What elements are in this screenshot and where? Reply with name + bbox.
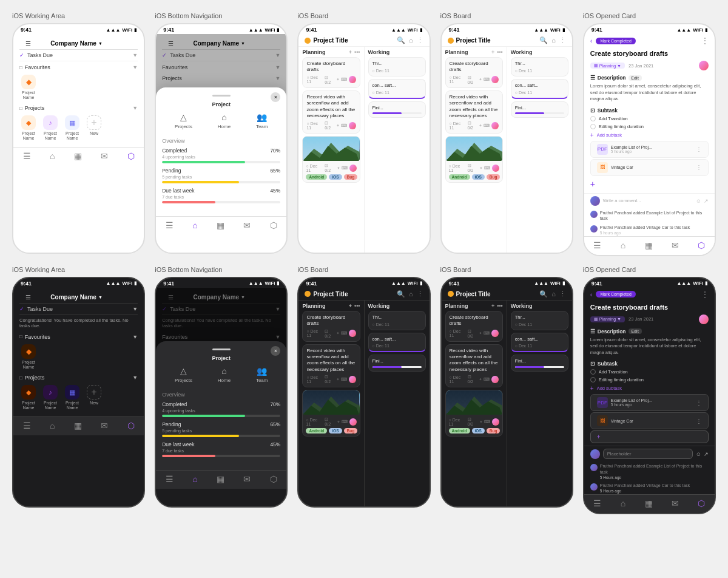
nav-item-team[interactable]: 👥 Team xyxy=(256,112,268,129)
bell-icon[interactable]: ⌂ xyxy=(551,36,556,44)
mail-tab[interactable]: ✉ xyxy=(101,151,108,161)
home-tab[interactable]: ⌂ xyxy=(621,240,625,250)
comment-input[interactable]: Placeholder xyxy=(603,449,693,459)
add-card-icon[interactable]: + xyxy=(349,303,352,309)
back-button[interactable]: ‹ xyxy=(590,291,593,298)
home-tab[interactable]: ⌂ xyxy=(192,474,197,484)
project-item-2[interactable]: ▦ Project Name xyxy=(63,115,81,140)
menu-tab[interactable]: ☰ xyxy=(166,220,174,230)
more-icon[interactable]: ⋮ xyxy=(559,36,566,44)
mail-tab[interactable]: ✉ xyxy=(672,498,679,508)
new-project-item[interactable]: + New xyxy=(85,385,103,410)
working-card-2[interactable]: con... saft... ○ Dec 11 xyxy=(368,333,426,353)
menu-tab[interactable]: ☰ xyxy=(23,151,31,161)
send-icon[interactable]: ↗ xyxy=(704,198,709,204)
nav-item-home[interactable]: ⌂ Home xyxy=(218,366,231,383)
mail-tab[interactable]: ✉ xyxy=(243,220,251,230)
box-tab[interactable]: ⬡ xyxy=(270,220,277,230)
attachment-0[interactable]: PDF Example List of Proj... 5 hours ago … xyxy=(590,394,709,411)
board-card[interactable]: Record video with screenflow and add zoo… xyxy=(302,344,360,388)
attachment-1[interactable]: 🖼 Vintage Car ⋮ xyxy=(590,412,709,429)
status-badge[interactable]: Mark Completed xyxy=(596,291,635,298)
emoji-icon[interactable]: ☺ xyxy=(696,198,701,204)
hamburger-icon[interactable]: ☰ xyxy=(25,40,31,47)
mail-tab[interactable]: ✉ xyxy=(672,240,679,250)
working-card-3[interactable]: Fini... xyxy=(511,101,568,118)
subtask-item-0[interactable]: Add Transition xyxy=(584,115,715,123)
hamburger-icon[interactable]: ☰ xyxy=(25,294,31,301)
subtask-item-0[interactable]: Add Transition xyxy=(584,368,715,376)
new-project-item[interactable]: + New xyxy=(85,115,103,140)
project-item-0[interactable]: ◆ Project Name xyxy=(19,385,38,410)
planning-badge[interactable]: ▦ Planning ▼ xyxy=(590,63,625,69)
calendar-tab[interactable]: ▦ xyxy=(74,421,82,430)
add-card-icon[interactable]: + xyxy=(491,303,494,309)
project-item-1[interactable]: ♪ Project Name xyxy=(41,115,59,140)
working-card-1[interactable]: Thr... ○ Dec 11 xyxy=(368,57,426,76)
working-card-2[interactable]: con... saft... ○ Dec 11 xyxy=(368,79,426,99)
fav-project-1[interactable]: ◆ Project Name xyxy=(19,75,38,100)
att-more-icon-0[interactable]: ⋮ xyxy=(696,146,702,152)
working-card-3[interactable]: Fini... xyxy=(368,101,426,118)
menu-tab[interactable]: ☰ xyxy=(166,474,174,484)
att-more-icon-0[interactable]: ⋮ xyxy=(696,399,702,406)
close-button[interactable]: × xyxy=(271,346,280,356)
project-item-2[interactable]: ▦ Project Name xyxy=(63,385,81,410)
box-tab[interactable]: ⬡ xyxy=(127,151,135,161)
more-icon[interactable]: ⋮ xyxy=(417,290,423,298)
bell-icon[interactable]: ⌂ xyxy=(551,290,556,298)
col-more-icon[interactable]: ••• xyxy=(497,303,502,309)
calendar-tab[interactable]: ▦ xyxy=(217,220,224,230)
working-card-1[interactable]: Thr... ○ Dec 11 xyxy=(368,311,426,330)
menu-tab[interactable]: ☰ xyxy=(23,421,31,430)
menu-tab[interactable]: ☰ xyxy=(593,240,601,250)
board-card[interactable]: Create storyboard drafts ○ Dec 11 ⊡ 0/2 … xyxy=(302,311,360,342)
home-tab[interactable]: ⌂ xyxy=(50,151,55,161)
board-card[interactable]: Record video with screenflow and add zoo… xyxy=(302,90,360,134)
box-tab[interactable]: ⬡ xyxy=(698,240,705,250)
tasks-due-row[interactable]: ✓ Tasks Due ▼ xyxy=(19,304,138,315)
menu-tab[interactable]: ☰ xyxy=(593,498,601,508)
emoji-icon[interactable]: ☺ xyxy=(696,451,701,457)
search-icon[interactable]: 🔍 xyxy=(397,36,405,44)
add-card-icon[interactable]: + xyxy=(491,49,494,55)
drag-handle[interactable] xyxy=(212,95,231,97)
board-card-with-image[interactable]: ○ Dec 11 ⊡ 0/2 ⌖ ⌨ Android iOS Bug xyxy=(302,136,360,183)
working-card-3[interactable]: Fini... xyxy=(511,355,568,372)
box-tab[interactable]: ⬡ xyxy=(698,498,705,508)
working-card-3[interactable]: Fini... xyxy=(368,355,426,372)
col-more-icon[interactable]: ••• xyxy=(497,49,502,55)
calendar-tab[interactable]: ▦ xyxy=(217,474,224,484)
mail-tab[interactable]: ✉ xyxy=(101,421,108,430)
mail-tab[interactable]: ✉ xyxy=(243,474,251,484)
search-icon[interactable]: 🔍 xyxy=(539,290,548,298)
search-icon[interactable]: 🔍 xyxy=(539,36,548,44)
more-icon[interactable]: ⋮ xyxy=(559,290,566,298)
working-card-2[interactable]: con... saft... ○ Dec 11 xyxy=(511,79,568,99)
working-card-2[interactable]: con... saft... ○ Dec 11 xyxy=(511,333,568,353)
fav-project-1[interactable]: ◆ Project Name xyxy=(19,344,38,369)
home-tab[interactable]: ⌂ xyxy=(621,498,625,508)
nav-item-projects[interactable]: △ Projects xyxy=(175,112,192,129)
box-tab[interactable]: ⬡ xyxy=(270,474,277,484)
edit-badge[interactable]: Edit xyxy=(629,75,642,81)
attachment-0[interactable]: PDF Example List of Proj... 5 hours ago … xyxy=(590,141,709,158)
status-badge[interactable]: Mark Completed xyxy=(596,38,635,44)
working-card-1[interactable]: Thr... ○ Dec 11 xyxy=(511,57,568,76)
add-item-btn[interactable]: + xyxy=(590,430,709,443)
att-more-icon-1[interactable]: ⋮ xyxy=(696,164,702,171)
more-options-icon[interactable]: ⋮ xyxy=(701,290,709,299)
drag-handle[interactable] xyxy=(212,348,231,350)
add-subtask-item[interactable]: + Add subtask xyxy=(584,384,715,393)
calendar-tab[interactable]: ▦ xyxy=(74,151,82,161)
planning-badge[interactable]: ▦ Planning ▼ xyxy=(590,316,625,322)
add-subtask-item[interactable]: + Add subtask xyxy=(584,131,715,140)
board-card-with-image[interactable]: ○ Dec 11 ⊡ 0/2 ⌖ ⌨ Android iOS Bug xyxy=(445,390,503,437)
board-card-with-image[interactable]: ○ Dec 11 ⊡ 0/2 ⌖ ⌨ Android iOS Bug xyxy=(302,390,360,437)
send-icon[interactable]: ↗ xyxy=(704,451,709,457)
comment-input[interactable]: Write a comment... xyxy=(603,198,693,203)
add-item-row[interactable]: + xyxy=(584,177,715,191)
add-card-icon[interactable]: + xyxy=(349,49,352,55)
project-item-0[interactable]: ◆ Project Name xyxy=(19,115,38,140)
board-card-with-image[interactable]: ○ Dec 11 ⊡ 0/2 ⌖ ⌨ Android iOS Bug xyxy=(445,136,503,183)
